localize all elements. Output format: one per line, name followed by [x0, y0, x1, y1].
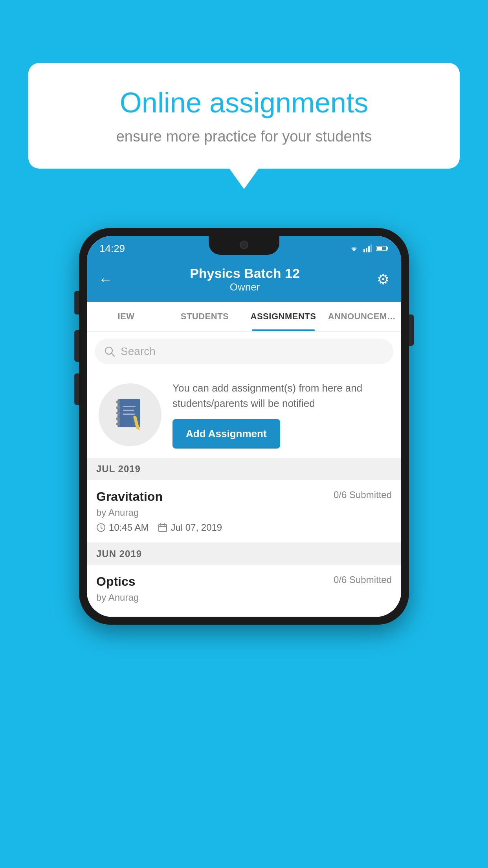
assignment-meta: 10:45 AM Jul 07, 2019: [96, 522, 392, 533]
speech-bubble-title: Online assignments: [60, 86, 428, 119]
speech-bubble: Online assignments ensure more practice …: [28, 63, 460, 169]
svg-rect-5: [377, 247, 382, 250]
tab-iew[interactable]: IEW: [87, 302, 165, 331]
phone-notch: [209, 236, 279, 255]
svg-rect-13: [123, 414, 135, 415]
add-assignment-desc: You can add assignment(s) from here and …: [172, 381, 389, 411]
volume-up-button: [74, 291, 79, 314]
assignment-submitted-optics: 0/6 Submitted: [334, 574, 392, 585]
svg-rect-12: [123, 410, 134, 411]
section-header-jul: JUL 2019: [87, 458, 401, 480]
svg-rect-18: [116, 423, 120, 425]
assignment-by-optics: by Anurag: [96, 592, 392, 603]
svg-rect-2: [368, 246, 370, 252]
phone-frame: 14:29: [79, 228, 409, 625]
svg-rect-6: [387, 247, 388, 250]
assignment-name-optics: Optics: [96, 574, 136, 589]
tab-students[interactable]: STUDENTS: [165, 302, 244, 331]
assignment-name: Gravitation: [96, 489, 163, 504]
add-assignment-section: You can add assignment(s) from here and …: [87, 371, 401, 458]
status-icons: [349, 244, 389, 253]
clock-icon: [96, 523, 106, 532]
calendar-icon: [158, 523, 167, 532]
list-item[interactable]: Optics 0/6 Submitted by Anurag: [87, 565, 401, 617]
search-placeholder: Search: [121, 345, 156, 358]
svg-rect-3: [371, 245, 372, 252]
speech-bubble-subtitle: ensure more practice for your students: [60, 128, 428, 145]
status-time: 14:29: [99, 243, 125, 255]
add-assignment-button[interactable]: Add Assignment: [172, 419, 280, 449]
assignment-time: 10:45 AM: [96, 522, 149, 533]
phone-screen: 14:29: [87, 236, 401, 617]
app-header: ← Physics Batch 12 Owner ⚙: [87, 258, 401, 302]
settings-icon[interactable]: ⚙: [377, 271, 389, 288]
svg-rect-16: [116, 412, 120, 414]
svg-line-8: [112, 353, 114, 356]
assignment-time-value: 10:45 AM: [109, 522, 149, 533]
phone-container: 14:29: [79, 228, 409, 625]
svg-rect-15: [116, 406, 120, 409]
svg-rect-11: [123, 406, 136, 407]
back-button[interactable]: ←: [99, 271, 113, 288]
wifi-icon: [349, 244, 360, 253]
assignment-item-top-optics: Optics 0/6 Submitted: [96, 574, 392, 589]
svg-marker-20: [138, 428, 140, 431]
assignment-by: by Anurag: [96, 507, 392, 518]
assignment-item-top: Gravitation 0/6 Submitted: [96, 489, 392, 504]
header-title: Physics Batch 12: [190, 266, 300, 281]
header-subtitle: Owner: [190, 281, 300, 293]
svg-rect-0: [363, 249, 365, 252]
assignment-submitted: 0/6 Submitted: [334, 489, 392, 500]
section-header-jun: JUN 2019: [87, 543, 401, 565]
assignment-date-value: Jul 07, 2019: [171, 522, 222, 533]
svg-rect-1: [366, 248, 367, 252]
speech-bubble-container: Online assignments ensure more practice …: [28, 63, 460, 169]
signal-icon: [363, 245, 372, 252]
assignment-icon-circle: [99, 383, 161, 446]
search-icon: [104, 346, 115, 357]
volume-down-button: [74, 330, 79, 362]
silent-button: [74, 373, 79, 405]
list-item[interactable]: Gravitation 0/6 Submitted by Anurag 10:4…: [87, 480, 401, 543]
phone-camera: [240, 241, 248, 249]
tabs-bar: IEW STUDENTS ASSIGNMENTS ANNOUNCEM…: [87, 302, 401, 332]
battery-icon: [376, 245, 389, 252]
search-container: Search: [87, 332, 401, 371]
svg-rect-17: [116, 417, 120, 420]
notebook-icon: [114, 397, 146, 432]
tab-assignments[interactable]: ASSIGNMENTS: [244, 302, 323, 331]
power-button: [409, 314, 414, 346]
svg-rect-22: [159, 524, 167, 531]
header-title-group: Physics Batch 12 Owner: [190, 266, 300, 293]
add-assignment-text: You can add assignment(s) from here and …: [172, 381, 389, 449]
tab-announcements[interactable]: ANNOUNCEM…: [323, 302, 401, 331]
assignment-date: Jul 07, 2019: [158, 522, 222, 533]
svg-rect-14: [116, 401, 120, 403]
search-bar[interactable]: Search: [95, 339, 393, 364]
